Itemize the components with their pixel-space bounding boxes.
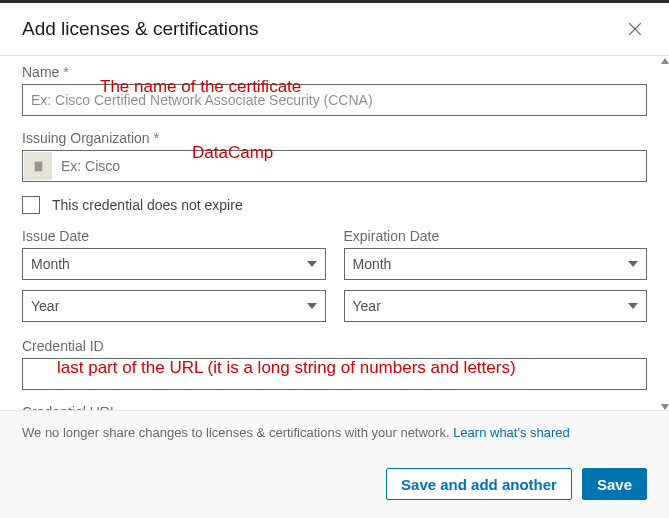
date-row: Issue Date Month Year Expiration Date Mo… — [22, 228, 647, 332]
required-asterisk: * — [63, 64, 68, 80]
required-asterisk: * — [154, 130, 159, 146]
credential-url-label: Credential URL — [22, 404, 647, 410]
form-body: Name* The name of the certificate Issuin… — [0, 56, 669, 410]
modal-title: Add licenses & certifications — [22, 18, 259, 40]
chevron-down-icon — [628, 303, 638, 309]
chevron-down-icon — [628, 261, 638, 267]
credential-id-input[interactable] — [22, 358, 647, 390]
exp-year-select[interactable]: Year — [344, 290, 648, 322]
save-label: Save — [597, 476, 632, 493]
exp-date-label: Expiration Date — [344, 228, 648, 244]
modal-header: Add licenses & certifications — [0, 3, 669, 56]
issue-date-col: Issue Date Month Year — [22, 228, 326, 332]
issue-year-value: Year — [31, 298, 59, 314]
save-add-another-button[interactable]: Save and add another — [386, 468, 572, 500]
name-label: Name* — [22, 64, 647, 80]
close-icon — [625, 19, 645, 39]
footer-info: We no longer share changes to licenses &… — [0, 410, 669, 454]
svg-rect-2 — [34, 161, 42, 171]
issuing-org-label: Issuing Organization* — [22, 130, 647, 146]
name-input[interactable] — [22, 84, 647, 116]
footer-actions: Save and add another Save — [0, 454, 669, 518]
no-expire-row: This credential does not expire — [22, 196, 647, 214]
exp-date-col: Expiration Date Month Year — [344, 228, 648, 332]
save-add-another-label: Save and add another — [401, 476, 557, 493]
chevron-down-icon — [307, 261, 317, 267]
close-button[interactable] — [623, 17, 647, 41]
exp-year-value: Year — [353, 298, 381, 314]
credential-id-label: Credential ID — [22, 338, 647, 354]
save-button[interactable]: Save — [582, 468, 647, 500]
field-issuing-org: Issuing Organization* DataCamp — [22, 130, 647, 182]
field-name: Name* The name of the certificate — [22, 64, 647, 116]
no-expire-checkbox[interactable] — [22, 196, 40, 214]
organization-icon — [24, 152, 52, 180]
issue-year-select[interactable]: Year — [22, 290, 326, 322]
chevron-down-icon — [307, 303, 317, 309]
exp-month-value: Month — [353, 256, 392, 272]
footer-info-text: We no longer share changes to licenses &… — [22, 425, 453, 440]
field-credential-url: Credential URL DataCamp Statement of Acc… — [22, 404, 647, 410]
field-credential-id: Credential ID last part of the URL (it i… — [22, 338, 647, 390]
issue-date-label: Issue Date — [22, 228, 326, 244]
issuing-org-container — [22, 150, 647, 182]
issue-month-value: Month — [31, 256, 70, 272]
exp-month-select[interactable]: Month — [344, 248, 648, 280]
scrollbar[interactable] — [661, 58, 669, 410]
learn-whats-shared-link[interactable]: Learn what's shared — [453, 425, 570, 440]
issue-month-select[interactable]: Month — [22, 248, 326, 280]
add-license-modal: Add licenses & certifications Name* The … — [0, 3, 669, 518]
no-expire-label: This credential does not expire — [52, 197, 243, 213]
issuing-org-input[interactable] — [53, 151, 646, 181]
